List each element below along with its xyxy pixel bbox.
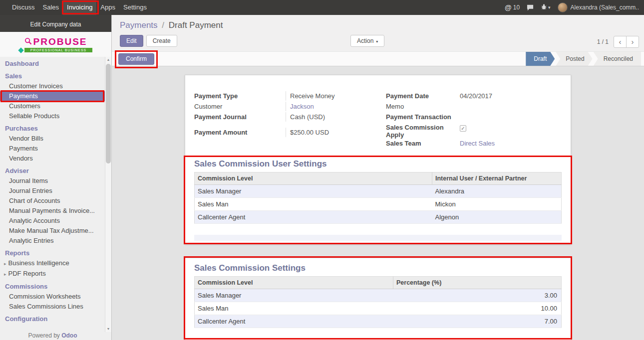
edit-company-button[interactable]: Edit Company data [0, 15, 111, 32]
action-label: Action [357, 37, 373, 44]
sidebar-item-label: Business Intelligence [8, 259, 69, 267]
payment-transaction-value [456, 112, 562, 121]
field-label: Payment Type [194, 91, 286, 100]
sidebar-item-vendors[interactable]: Vendors [0, 154, 105, 164]
menu-invoicing[interactable]: Invoicing [63, 0, 96, 15]
sidebar-item-journal-items[interactable]: Journal Items [0, 176, 105, 186]
cell-commission-level: Sales Manager [195, 185, 432, 198]
action-dropdown[interactable]: Action▾ [350, 35, 384, 47]
field-memo: Memo [386, 102, 562, 112]
commission-settings-table: Commission Level Percentage (%) Sales Ma… [194, 276, 562, 328]
sidebar-section-commissions: Commissions [0, 282, 105, 292]
sidebar-item-journal-entries[interactable]: Journal Entries [0, 186, 105, 196]
sidebar-item-pdf-reports[interactable]: ▸PDF Reports [0, 269, 105, 279]
confirm-button[interactable]: Confirm [118, 53, 154, 65]
pager-next-button[interactable]: › [626, 36, 639, 48]
sidebar-item-manual-payments[interactable]: Manual Payments & Invoice... [0, 206, 105, 216]
sidebar-section-adviser: Adviser [0, 166, 105, 176]
sidebar-item-chart-of-accounts[interactable]: Chart of Accounts [0, 196, 105, 206]
sales-team-link[interactable]: Direct Sales [456, 139, 562, 148]
field-label: Payment Journal [194, 112, 286, 121]
check-icon: ✓ [461, 126, 465, 131]
sidebar-item-customers[interactable]: Customers [0, 101, 105, 111]
scrollbar-thumb[interactable] [106, 64, 111, 164]
field-label: Payment Amount [194, 128, 286, 136]
sidebar-item-manual-tax-adjustments[interactable]: Make Manual Tax Adjustme... [0, 226, 105, 236]
field-label: Memo [386, 102, 456, 110]
sales-commission-apply-checkbox[interactable]: ✓ [460, 125, 466, 132]
cell-commission-level: Sales Manager [195, 289, 393, 302]
edit-button[interactable]: Edit [120, 35, 143, 47]
column-header-commission-level[interactable]: Commission Level [195, 172, 432, 185]
field-label: Payment Date [386, 91, 456, 100]
table-row[interactable]: Sales Man 10.00 [195, 302, 562, 315]
messages-icon[interactable] [527, 4, 534, 11]
cell-percentage: 10.00 [393, 302, 562, 315]
main-menus: Discuss Sales Invoicing Apps Settings [0, 0, 151, 15]
scroll-down-icon[interactable]: ▼ [105, 326, 111, 332]
scroll-up-icon[interactable]: ▲ [105, 57, 111, 63]
breadcrumb-record: Draft Payment [169, 20, 223, 30]
menu-discuss[interactable]: Discuss [8, 0, 39, 15]
sidebar-nav: Dashboard Sales Customer Invoices Paymen… [0, 57, 105, 324]
field-label: Sales Team [386, 139, 456, 147]
odoo-link[interactable]: Odoo [61, 332, 77, 339]
table-row[interactable]: Sales Man Mickon [195, 198, 562, 211]
field-payment-date: Payment Date 04/20/2017 [386, 91, 562, 102]
table-row[interactable]: Callcenter Agent Algenon [195, 211, 562, 224]
main-area: Payments / Draft Payment Edit Create Act… [112, 15, 644, 340]
powered-by-text: Powered by [28, 332, 59, 339]
expand-icon: ▸ [4, 272, 6, 277]
column-header-internal-user[interactable]: Internal User / External Partner [432, 172, 562, 185]
debug-menu[interactable]: ▾ [541, 3, 551, 12]
user-menu[interactable]: Alexandra (Sales_comm.. [558, 2, 639, 12]
sidebar-section-purchases: Purchases [0, 124, 105, 134]
sidebar-item-payments[interactable]: Payments [0, 91, 105, 101]
field-customer: Customer Jackson [194, 102, 378, 112]
user-name: Alexandra (Sales_comm.. [571, 4, 639, 11]
state-reconciled[interactable]: Reconciled [594, 52, 641, 66]
sidebar-item-vendor-payments[interactable]: Payments [0, 144, 105, 154]
cell-user: Mickon [432, 198, 562, 211]
payment-form: Payment Type Receive Money Customer Jack… [185, 75, 571, 149]
mention-counter[interactable]: @ 10 [505, 3, 520, 11]
logo-tagline: PROFESSIONAL BUSINESS [24, 48, 93, 52]
create-button[interactable]: Create [146, 35, 177, 47]
table-row[interactable]: Sales Manager Alexandra [195, 185, 562, 198]
user-settings-section: Sales Commission User Settings Commissio… [185, 159, 571, 241]
customer-link[interactable]: Jackson [286, 102, 378, 111]
column-header-percentage[interactable]: Percentage (%) [393, 277, 562, 289]
breadcrumb-separator: / [160, 20, 166, 30]
sidebar-item-analytic-entries[interactable]: Analytic Entries [0, 236, 105, 246]
field-payment-type: Payment Type Receive Money [194, 91, 378, 102]
table-row[interactable]: Sales Manager 3.00 [195, 289, 562, 302]
state-posted[interactable]: Posted [556, 52, 592, 66]
sidebar-item-dashboard[interactable]: Dashboard [0, 59, 105, 69]
sidebar-item-sales-commissions-lines[interactable]: Sales Commissions Lines [0, 302, 105, 312]
sidebar-scrollbar[interactable]: ▲ ▼ [105, 57, 111, 332]
sidebar-item-analytic-accounts[interactable]: Analytic Accounts [0, 216, 105, 226]
expand-icon: ▸ [4, 261, 6, 266]
cell-percentage: 7.00 [393, 315, 562, 328]
menu-sales[interactable]: Sales [39, 0, 63, 15]
mention-count: 10 [513, 4, 520, 11]
sidebar-item-sellable-products[interactable]: Sellable Products [0, 111, 105, 121]
sidebar: Edit Company data PROBUSE PROFESSIONAL B… [0, 15, 112, 340]
powered-by: Powered by Odoo [0, 332, 105, 339]
pager-previous-button[interactable]: ‹ [614, 36, 627, 48]
caret-down-icon: ▾ [376, 39, 378, 44]
sidebar-item-commission-worksheets[interactable]: Commission Worksheets [0, 292, 105, 302]
sidebar-item-business-intelligence[interactable]: ▸Business Intelligence [0, 258, 105, 269]
cell-user: Alexandra [432, 185, 562, 198]
sidebar-item-customer-invoices[interactable]: Customer Invoices [0, 81, 105, 91]
state-draft[interactable]: Draft [526, 52, 555, 66]
breadcrumb-payments[interactable]: Payments [120, 20, 158, 30]
table-row[interactable]: Callcenter Agent 7.00 [195, 315, 562, 328]
sidebar-item-vendor-bills[interactable]: Vendor Bills [0, 134, 105, 144]
column-header-commission-level[interactable]: Commission Level [195, 277, 393, 289]
menu-apps[interactable]: Apps [96, 0, 119, 15]
menu-settings[interactable]: Settings [119, 0, 151, 15]
payment-journal-value: Cash (USD) [286, 112, 378, 122]
control-panel: Payments / Draft Payment Edit Create Act… [112, 15, 644, 51]
field-label: Payment Transaction [386, 112, 456, 121]
